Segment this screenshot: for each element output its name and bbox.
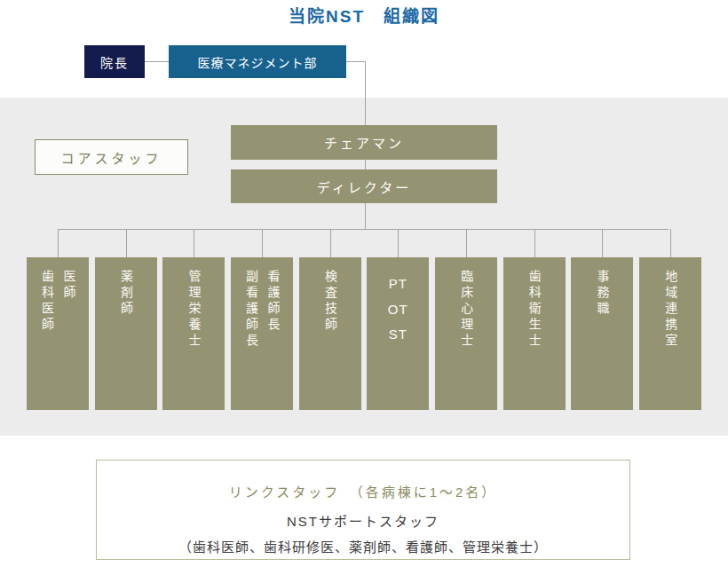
member-box-pharmacist: 薬剤師 bbox=[95, 257, 157, 410]
member-row: 医師 歯科医師 薬剤師 管理栄養士 看護師長 副看護師長 検査技師 PT OT … bbox=[27, 257, 701, 410]
connector-director-to-distributor bbox=[365, 203, 366, 229]
member-box-pt-ot-st: PT OT ST bbox=[367, 257, 429, 410]
connector-stub bbox=[466, 229, 467, 257]
member-label: 地域連携室 bbox=[660, 270, 682, 410]
connector-management-right bbox=[346, 61, 365, 62]
core-staff-label: コアスタッフ bbox=[60, 148, 162, 167]
connector-stub bbox=[670, 229, 671, 257]
connector-stub bbox=[602, 229, 603, 257]
connector-stub bbox=[534, 229, 535, 257]
member-box-head-nurse: 看護師長 副看護師長 bbox=[231, 257, 293, 410]
org-chart: 当院NST 組織図 院長 医療マネジメント部 コアスタッフ チェアマン ディレク… bbox=[0, 0, 728, 567]
member-box-office-staff: 事務職 bbox=[571, 257, 633, 410]
connector-chairman-to-director bbox=[365, 160, 366, 169]
hospital-director-label: 院長 bbox=[100, 53, 129, 71]
nst-director-box: ディレクター bbox=[231, 169, 497, 203]
connector-management-to-chairman bbox=[365, 61, 366, 125]
member-label: 歯科衛生士 bbox=[523, 270, 545, 410]
member-label: 薬剤師 bbox=[115, 270, 137, 410]
page-title: 当院NST 組織図 bbox=[0, 3, 728, 27]
member-label: 事務職 bbox=[591, 270, 613, 410]
member-label: 検査技師 bbox=[319, 270, 341, 410]
member-label: 看護師長 副看護師長 bbox=[240, 270, 283, 410]
member-box-clinical-psychologist: 臨床心理士 bbox=[435, 257, 497, 410]
connector-stub bbox=[194, 229, 194, 257]
member-label: PT OT ST bbox=[388, 270, 408, 410]
member-box-physician-dentist: 医師 歯科医師 bbox=[27, 257, 89, 410]
member-label: 臨床心理士 bbox=[455, 270, 478, 410]
member-box-dietitian: 管理栄養士 bbox=[162, 257, 225, 410]
core-staff-box: コアスタッフ bbox=[35, 139, 188, 175]
medical-management-dept-label: 医療マネジメント部 bbox=[198, 53, 318, 71]
nst-director-label: ディレクター bbox=[317, 177, 411, 196]
connector-stub bbox=[126, 229, 127, 257]
link-staff-box: リンクスタッフ （各病棟に1〜2名） NSTサポートスタッフ （歯科医師、歯科研… bbox=[96, 460, 630, 560]
member-box-dental-hygienist: 歯科衛生士 bbox=[503, 257, 566, 410]
connector-stub bbox=[262, 229, 263, 257]
chairman-label: チェアマン bbox=[324, 133, 404, 152]
link-staff-title: リンクスタッフ （各病棟に1〜2名） bbox=[97, 482, 629, 500]
member-label: 管理栄養士 bbox=[183, 270, 205, 410]
medical-management-dept-box: 医療マネジメント部 bbox=[169, 45, 346, 78]
nst-support-staff-detail: （歯科医師、歯科研修医、薬剤師、看護師、管理栄養士） bbox=[97, 537, 629, 555]
member-box-lab-technician: 検査技師 bbox=[299, 257, 361, 410]
chairman-box: チェアマン bbox=[231, 125, 497, 160]
hospital-director-box: 院長 bbox=[84, 45, 145, 78]
connector-distributor-horizontal bbox=[58, 229, 669, 230]
connector-stub bbox=[58, 229, 59, 257]
connector-stub bbox=[330, 229, 331, 257]
connector-director-to-management bbox=[145, 61, 169, 62]
connector-stub bbox=[398, 229, 399, 257]
member-box-regional-liaison: 地域連携室 bbox=[639, 257, 701, 410]
nst-support-staff-label: NSTサポートスタッフ bbox=[97, 511, 629, 530]
member-label: 医師 歯科医師 bbox=[36, 270, 80, 410]
